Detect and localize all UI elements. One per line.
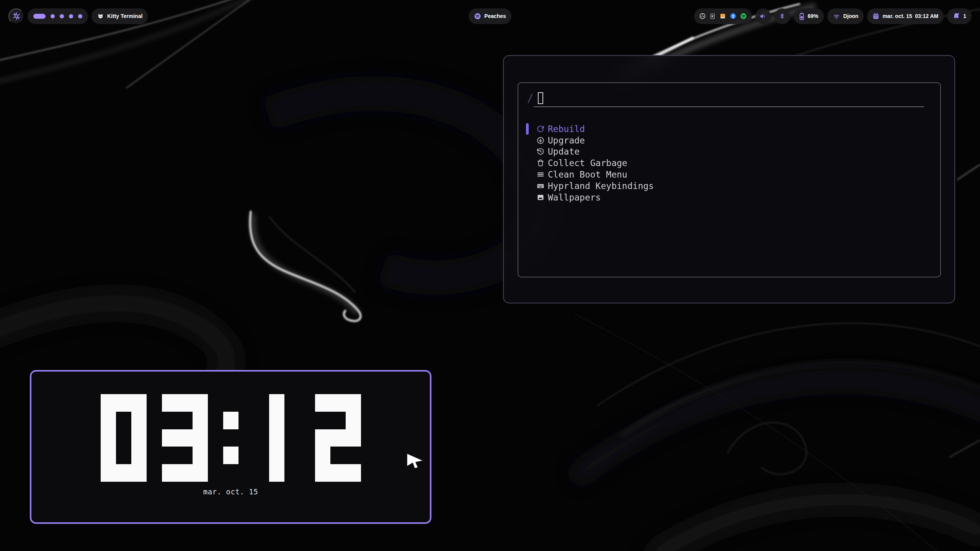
menu-item-rebuild[interactable]: Rebuild xyxy=(526,123,933,135)
active-window-pill[interactable]: Kitty Terminal xyxy=(91,8,148,24)
workspace-indicator[interactable] xyxy=(28,8,88,24)
menu-item-upgrade[interactable]: Upgrade xyxy=(526,135,933,146)
top-bar: Kitty Terminal Peaches xyxy=(0,8,980,24)
menu-item-label: Hyprland Keybindings xyxy=(548,181,654,191)
clock-time xyxy=(101,394,361,482)
wifi-pill[interactable]: Djoon xyxy=(827,8,864,24)
snowflake-logo-icon xyxy=(12,12,21,20)
wifi-network-name: Djoon xyxy=(843,13,859,19)
launcher-inner-box: / Rebuild xyxy=(518,82,941,277)
separator xyxy=(534,106,924,107)
workspace-dot[interactable] xyxy=(60,14,64,18)
keyboard-icon xyxy=(537,182,544,190)
battery-pill[interactable]: 69% xyxy=(794,8,824,24)
search-input[interactable]: / xyxy=(518,83,940,105)
clock-colon xyxy=(223,394,238,482)
bluetooth-icon xyxy=(779,13,786,20)
workspace-dot[interactable] xyxy=(69,14,73,18)
clock-digit xyxy=(101,394,147,482)
launcher-button[interactable] xyxy=(8,8,24,24)
clock-digit xyxy=(254,394,300,482)
media-track-title: Peaches xyxy=(484,13,506,19)
text-cursor xyxy=(538,92,543,104)
battery-percent: 69% xyxy=(808,13,818,19)
launcher-panel: / Rebuild xyxy=(503,55,955,303)
notification-count: 1 xyxy=(963,13,966,19)
menu-item-label: Update xyxy=(548,147,580,156)
notifications-pill[interactable]: 1 xyxy=(947,8,972,24)
workspace-dot[interactable] xyxy=(51,14,55,18)
mouse-cursor xyxy=(406,453,425,471)
spotify-badge-icon[interactable] xyxy=(740,13,747,20)
prompt-symbol: / xyxy=(527,92,534,104)
cat-icon xyxy=(97,13,104,20)
menu-item-label: Rebuild xyxy=(548,124,585,134)
image-icon xyxy=(537,194,544,201)
media-pill[interactable]: Peaches xyxy=(469,8,511,24)
active-window-title: Kitty Terminal xyxy=(107,13,142,19)
clock-digit xyxy=(315,394,361,482)
trash-icon xyxy=(537,159,544,167)
datetime-pill[interactable]: mar. oct. 15 03:12 AM xyxy=(867,8,944,24)
menu-item-label: Wallpapers xyxy=(548,192,601,202)
menu-item-label: Upgrade xyxy=(548,135,585,145)
menu-item-hyprland-keybindings[interactable]: Hyprland Keybindings xyxy=(526,180,933,192)
menu-item-label: Clean Boot Menu xyxy=(548,170,627,179)
menu-item-label: Collect Garbage xyxy=(548,158,627,168)
files-icon[interactable] xyxy=(719,13,726,20)
clock-digit xyxy=(162,394,208,482)
menu-item-wallpapers[interactable]: Wallpapers xyxy=(526,192,933,203)
history-icon xyxy=(537,148,544,155)
workspace-pill-active[interactable] xyxy=(33,14,46,19)
menu-item-update[interactable]: Update xyxy=(526,146,933,158)
workspace-dot[interactable] xyxy=(78,14,82,18)
menu-item-collect-garbage[interactable]: Collect Garbage xyxy=(526,157,933,169)
refresh-icon xyxy=(537,125,544,133)
bell-icon xyxy=(952,12,960,20)
launcher-menu-list: Rebuild Upgrade xyxy=(526,123,933,203)
menu-lines-icon xyxy=(537,171,544,178)
top-bar-left: Kitty Terminal xyxy=(8,8,148,24)
k-app-icon[interactable] xyxy=(709,13,716,20)
clock-date: mar. oct. 15 xyxy=(203,487,258,496)
bluetooth-badge-icon[interactable] xyxy=(730,13,737,20)
menu-item-clean-boot-menu[interactable]: Clean Boot Menu xyxy=(526,169,933,180)
top-bar-center: Peaches xyxy=(469,8,511,24)
system-tray xyxy=(694,8,752,24)
battery-icon xyxy=(799,12,805,20)
volume-pill[interactable] xyxy=(755,8,771,24)
disc-icon[interactable] xyxy=(699,13,706,20)
datetime-label: mar. oct. 15 03:12 AM xyxy=(882,13,938,19)
calendar-icon xyxy=(872,13,879,20)
top-bar-right: 69% Djoon xyxy=(694,8,972,24)
bluetooth-pill[interactable] xyxy=(774,8,790,24)
selection-bar xyxy=(526,123,529,135)
download-circle-icon xyxy=(537,137,544,144)
spotify-icon xyxy=(474,13,481,20)
speaker-icon xyxy=(760,13,767,20)
wifi-icon xyxy=(833,12,840,20)
clock-widget: mar. oct. 15 xyxy=(30,370,431,524)
